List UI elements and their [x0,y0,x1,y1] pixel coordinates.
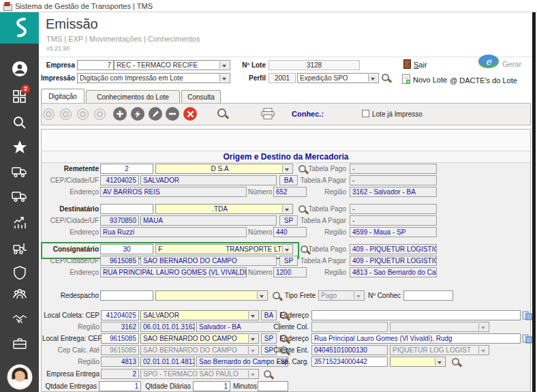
chevron-down-icon[interactable] [435,358,444,365]
entrega-regiao-label: Região [42,358,99,365]
first-record-button[interactable] [43,108,55,120]
destinatario-combo[interactable]: .TDA [155,204,293,214]
empresa-entrega-combo[interactable]: SPO - TERMACO SAO PAULO [140,369,259,379]
exit-door-icon[interactable] [403,59,411,72]
team-people-icon[interactable] [12,286,28,303]
next-record-button[interactable] [77,108,89,120]
entrega-endereco-field[interactable]: Rua Principal Lauro Gomes (Vl Vivaldi), … [311,333,521,344]
entrega-cep-field[interactable]: 9615085 [101,333,139,344]
search-icon[interactable] [12,115,28,131]
consignatario-code-field[interactable]: 30 [100,244,153,254]
perfil-search-icon[interactable] [381,73,391,83]
sair-button[interactable]: Sair [414,61,427,69]
qtdade-diarias-label: Qtdade Diárias [144,382,191,390]
new-document-icon[interactable] [402,74,411,87]
remetente-combo[interactable]: D S.A [155,164,293,174]
chevron-down-icon[interactable] [219,74,229,82]
dacte-lote-button[interactable]: @ DACTE's do Lote [450,76,517,85]
support-agent-avatar[interactable] [7,364,33,392]
qtdade-diarias-field[interactable]: 1 [193,381,230,391]
coleta-cidade-combo[interactable]: SALVADOR [140,310,259,320]
redespacho-combo[interactable] [155,290,268,301]
chevron-down-icon[interactable] [368,74,378,82]
empresa-entrega-search-icon[interactable] [263,370,273,380]
cliente-col-code-field [311,322,388,332]
chevron-down-icon[interactable] [219,61,229,69]
cep-calc-ate-label: Cep Calc. Até [42,346,99,354]
consignatario-endereco-field: RUA PRINCIPAL LAURO GOMES (VL VIVALDI) [100,267,247,277]
tab-consulta[interactable]: Consulta [181,90,221,103]
remetente-tabela-a-pagar-field: - [350,175,437,185]
empresa-code-field[interactable]: 7 [77,60,114,70]
tab-conhecimentos-do-lote[interactable]: Conhecimentos do Lote [86,90,180,103]
coleta-cep-field[interactable]: 41204025 [101,310,139,320]
cliente-col-label: Cliente Col. [271,323,309,331]
chevron-down-icon[interactable] [257,292,266,299]
qtdade-entregas-field[interactable]: 1 [99,381,141,391]
tipo-frete-combo[interactable]: Pago [318,290,365,301]
chevron-down-icon[interactable] [248,335,258,342]
n-conhec-label: Nº Conhec [368,292,401,299]
impressao-combo-value: Digitação com Impressão em Lote [80,74,183,82]
redespacho-code-field[interactable] [100,290,153,301]
impressao-combo[interactable]: Digitação com Impressão em Lote [77,73,230,83]
entrega-cidade-combo[interactable]: SAO BERNARDO DO CAMPO [140,333,259,344]
exp-carg-search-icon[interactable] [451,357,461,367]
user-profile-icon[interactable] [12,61,28,77]
forklift-icon[interactable] [12,240,28,256]
tab-digitacao[interactable]: Digitação [41,89,85,103]
shield-icon[interactable] [12,265,28,281]
empresa-combo[interactable]: REC - TERMACO RECIFE [114,60,230,70]
truck-inbound-icon[interactable] [12,188,28,205]
cancel-button[interactable] [183,107,197,121]
cte-logo-icon[interactable]: e [477,53,500,72]
regiao-label: Região [286,188,346,196]
empresa-entrega-code-field: 2 [101,369,139,379]
numero-label: Número [248,228,271,236]
cliente-col-combo[interactable] [390,322,489,332]
novo-lote-button[interactable]: Novo Lote [413,76,447,84]
coleta-address-detail-icon[interactable] [522,311,532,320]
edit-record-button[interactable] [149,107,162,121]
n-conhec-field[interactable] [403,290,453,301]
remetente-code-field[interactable]: 2 [100,164,153,174]
lote-impresso-checkbox[interactable] [362,110,369,117]
consignatario-combo[interactable]: FTRANSPORTE LT [155,244,293,254]
destinatario-code-field[interactable] [100,204,153,214]
cliente-ent-combo[interactable]: PIQUETUR LOG LOGIST [390,345,489,355]
briefcase-icon[interactable] [12,335,28,352]
statistics-chart-icon[interactable] [12,214,28,230]
handshake-icon[interactable] [12,311,28,327]
exp-carg-field[interactable]: 35715234000442 [311,357,388,367]
page-title: Emissão [46,16,98,32]
destinatario-regiao-field: 4599 - Maua - SP [350,227,437,237]
entrega-address-detail-icon[interactable] [522,334,532,344]
destinatario-endereco-field: Rua Ruzzi [100,227,247,237]
gerar-button[interactable]: Gerar [502,60,521,68]
coleta-endereco-field[interactable] [311,310,521,320]
qtdade-entregas-label: Qtdade Entregas [42,382,97,390]
consignatario-combo-value-right: TRANSPORTE LT [226,245,281,254]
redespacho-label: Redespacho [42,292,99,299]
add-record-button[interactable] [113,107,127,121]
exp-carg-label: Exp. Carg. [271,358,309,365]
minutos-field[interactable] [258,381,288,391]
perfil-combo[interactable]: Expedição SPO [297,73,379,83]
consignatario-cidade-field: SAO BERNARDO DO CAMPO [140,256,277,266]
cep-calc-cidade-combo[interactable]: SAO BERNARDO DO CAMPO [140,345,259,355]
exp-carg-combo[interactable] [390,357,446,367]
quick-action-bolt-button[interactable] [131,107,144,121]
printer-icon[interactable] [261,108,275,123]
prev-record-button[interactable] [60,108,72,120]
toolbar-search-icon[interactable] [217,108,228,119]
redespacho-search-icon[interactable] [272,291,282,301]
app-logo[interactable] [0,12,39,44]
remove-record-button[interactable] [166,107,179,121]
last-record-button[interactable] [94,108,106,120]
cliente-ent-code-field: 04045101000130 [311,345,388,355]
truck-outbound-icon[interactable] [12,164,28,180]
breadcrumb: TMS | EXP | Movimentações | Conhecimento… [46,35,200,43]
favorites-star-icon[interactable] [12,139,28,155]
tabela-a-pagar-label: Tabela A Pagar [286,257,346,265]
chevron-down-icon[interactable] [248,312,258,319]
